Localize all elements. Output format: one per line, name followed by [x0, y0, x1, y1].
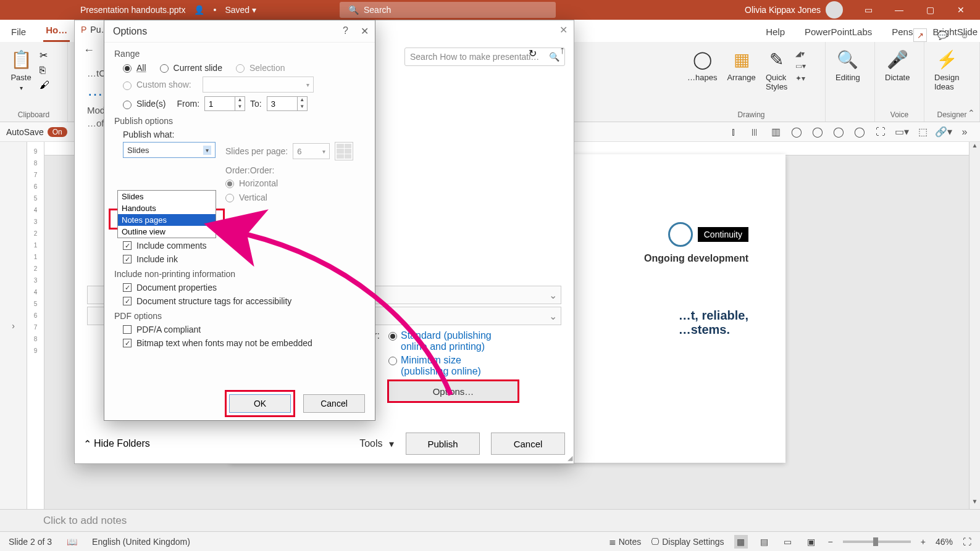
hide-folders-button[interactable]: ⌃Hide Folders: [83, 438, 150, 450]
zoom-slider[interactable]: [843, 541, 911, 543]
copy-icon[interactable]: ⎘: [40, 65, 49, 76]
cb-doc-props[interactable]: [123, 283, 132, 292]
cancel-button[interactable]: Cancel: [303, 394, 365, 413]
tab-pens[interactable]: Pens: [889, 22, 915, 42]
layout-preview-icon: [335, 142, 353, 160]
design-ideas-button[interactable]: ⚡Design Ideas: [932, 46, 961, 94]
qa-align-icon[interactable]: ⫿: [727, 125, 740, 139]
dropdown-item-outline[interactable]: Outline view: [118, 226, 216, 238]
arrange-button[interactable]: ▦Arrange: [724, 46, 758, 85]
notes-pane[interactable]: Click to add notes: [0, 509, 980, 531]
cb-include-comments[interactable]: [123, 241, 132, 250]
smiley-icon[interactable]: ☺: [958, 28, 971, 42]
clipboard-icon: 📋: [10, 48, 32, 70]
qa-layer-icon[interactable]: ▭▾: [895, 125, 908, 139]
tab-powerpointlabs[interactable]: PowerPointLabs: [802, 22, 874, 42]
cut-icon[interactable]: ✂: [40, 49, 49, 61]
cb-doc-structure[interactable]: [123, 297, 132, 305]
autosave-toggle[interactable]: On: [48, 127, 67, 137]
options-button[interactable]: Options…: [388, 381, 518, 402]
qa-select-icon[interactable]: ⬚: [916, 125, 929, 139]
help-icon[interactable]: ?: [343, 25, 348, 37]
slide-count[interactable]: Slide 2 of 3: [9, 537, 52, 547]
ribbon-display-icon[interactable]: ▭: [854, 0, 882, 20]
tab-file[interactable]: File: [9, 22, 28, 42]
from-spinner[interactable]: ▲▼: [204, 96, 245, 111]
reading-view-icon[interactable]: ▭: [781, 535, 795, 549]
qa-group-icon[interactable]: ▥: [769, 125, 782, 139]
shape-effects-icon[interactable]: ✦▾: [795, 74, 806, 83]
normal-view-icon[interactable]: ▦: [734, 535, 748, 549]
thumbnail-pane[interactable]: ›: [0, 142, 27, 509]
ok-button[interactable]: OK: [229, 394, 291, 413]
editing-button[interactable]: 🔍Editing: [833, 46, 863, 85]
tab-help[interactable]: Help: [763, 22, 787, 42]
dropdown-item-notes-pages[interactable]: Notes pages: [118, 214, 216, 226]
language-status[interactable]: English (United Kingdom): [92, 537, 190, 547]
close-button[interactable]: ✕: [947, 0, 975, 20]
publish-close-icon[interactable]: ✕: [559, 24, 567, 36]
radio-standard[interactable]: Standard (publishingonline and printing): [388, 330, 518, 352]
maximize-button[interactable]: ▢: [916, 0, 944, 20]
qa-shape2-icon[interactable]: ◯: [811, 125, 824, 139]
qa-shape3-icon[interactable]: ◯: [832, 125, 845, 139]
paste-button[interactable]: 📋 Paste▾: [7, 46, 35, 94]
nav-back-icon[interactable]: ←: [83, 44, 94, 57]
publish-button[interactable]: Publish: [406, 433, 480, 455]
shapes-button[interactable]: ◯…hapes: [685, 46, 719, 85]
radio-minimum[interactable]: Minimum size(publishing online): [388, 355, 518, 377]
slideshow-view-icon[interactable]: ▣: [805, 535, 818, 549]
qa-more-icon[interactable]: »: [958, 125, 971, 139]
dictate-button[interactable]: 🎤Dictate: [882, 46, 912, 85]
publish-cancel-button[interactable]: Cancel: [491, 433, 565, 455]
group-drawing: Drawing: [685, 110, 818, 120]
slide-subheading: Ongoing development: [644, 253, 748, 264]
qa-shape4-icon[interactable]: ◯: [853, 125, 866, 139]
mic-icon: 🎤: [886, 48, 908, 70]
publish-what-select[interactable]: Slides▾: [123, 142, 216, 158]
display-settings-button[interactable]: 🖵Display Settings: [651, 537, 724, 547]
cb-bitmap-text[interactable]: [123, 339, 132, 347]
radio-slides[interactable]: [123, 101, 132, 109]
scroll-down-icon[interactable]: ▼: [970, 498, 980, 509]
zoom-in-icon[interactable]: +: [921, 537, 926, 547]
shape-fill-icon[interactable]: ◢▾: [795, 49, 806, 58]
format-painter-icon[interactable]: 🖌: [40, 80, 49, 91]
radio-all[interactable]: [123, 64, 132, 73]
zoom-out-icon[interactable]: −: [828, 537, 833, 547]
collapse-ribbon-icon[interactable]: ⌃: [968, 108, 975, 118]
minimize-button[interactable]: —: [885, 0, 913, 20]
account-button[interactable]: Olivia Kippax Jones: [745, 1, 843, 19]
qa-crop-icon[interactable]: ⛶: [874, 125, 887, 139]
custom-show-select: ▾: [203, 77, 314, 93]
dropdown-item-slides[interactable]: Slides: [118, 191, 216, 202]
tab-home[interactable]: Ho…: [43, 20, 70, 42]
cb-include-ink[interactable]: [123, 255, 132, 263]
spellcheck-icon[interactable]: 📖: [67, 537, 77, 547]
scroll-up-icon[interactable]: ▲: [970, 142, 980, 153]
zoom-level[interactable]: 46%: [936, 537, 953, 547]
options-close-icon[interactable]: ✕: [361, 25, 369, 37]
to-spinner[interactable]: ▲▼: [267, 96, 308, 111]
qa-distribute-icon[interactable]: ⫼: [748, 125, 761, 139]
quick-styles-button[interactable]: ✎Quick Styles: [763, 46, 790, 94]
tools-menu[interactable]: Tools: [359, 438, 393, 450]
sorter-view-icon[interactable]: ▤: [758, 535, 771, 549]
qa-shape1-icon[interactable]: ◯: [790, 125, 803, 139]
publish-search[interactable]: Search How to make presentati…🔍: [404, 48, 565, 66]
share-icon[interactable]: ↗: [913, 28, 927, 42]
expand-thumbnails-icon[interactable]: ›: [12, 321, 15, 331]
shape-outline-icon[interactable]: ▭▾: [795, 62, 806, 70]
search-box[interactable]: 🔍 Search: [340, 2, 556, 18]
notes-button[interactable]: ≣Notes: [609, 537, 642, 547]
save-status[interactable]: Saved▾: [225, 5, 256, 15]
comments-icon[interactable]: 💬: [936, 28, 949, 42]
qa-link-icon[interactable]: 🔗▾: [937, 125, 950, 139]
cb-pdfa[interactable]: [123, 325, 132, 334]
radio-current[interactable]: [160, 64, 169, 73]
resize-grip-icon[interactable]: ◢: [567, 454, 572, 462]
dropdown-item-handouts[interactable]: Handouts: [118, 202, 216, 214]
fit-to-window-icon[interactable]: ⛶: [963, 537, 971, 547]
group-voice: Voice: [882, 110, 916, 120]
vertical-scrollbar[interactable]: ▲ ▼: [969, 142, 980, 509]
